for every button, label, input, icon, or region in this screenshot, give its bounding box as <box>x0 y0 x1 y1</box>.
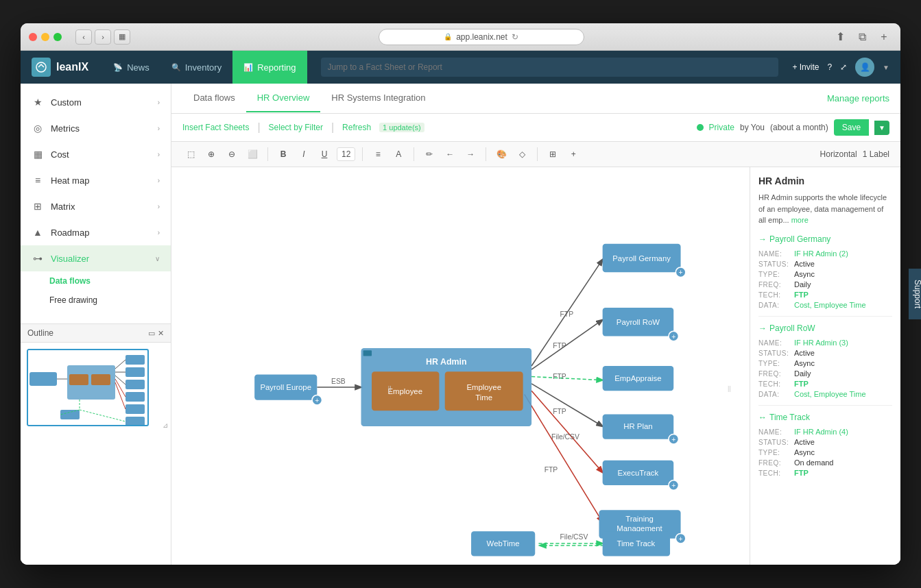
pen-tool-button[interactable]: ✏ <box>421 146 438 162</box>
back-button[interactable]: ‹ <box>75 29 92 45</box>
outline-close-button[interactable]: ✕ <box>158 329 164 338</box>
field-status: STATUS: Active <box>758 438 892 446</box>
forward-button[interactable]: › <box>95 29 111 45</box>
svg-text:Training: Training <box>625 515 654 523</box>
invite-button[interactable]: + Invite <box>792 62 819 72</box>
toolbar-separator-2 <box>362 147 363 161</box>
insert-fact-sheets-link[interactable]: Insert Fact Sheets <box>182 123 249 132</box>
svg-line-13 <box>115 360 125 369</box>
grid-button[interactable]: ⊞ <box>545 146 561 162</box>
toolbar-separator-3 <box>414 147 414 161</box>
svg-text:FTP: FTP <box>553 373 566 380</box>
save-button[interactable]: Save <box>834 119 869 136</box>
font-size-select[interactable]: 12 <box>337 147 355 161</box>
time-track-link[interactable]: ↔ Time Track <box>758 413 892 422</box>
inventory-icon: 🔍 <box>171 63 181 72</box>
line-color-button[interactable]: ◇ <box>514 146 530 162</box>
tab-hr-systems[interactable]: HR Systems Integration <box>320 84 436 112</box>
sidebar-sub-data-flows[interactable]: Data flows <box>49 271 171 291</box>
svg-rect-6 <box>125 367 145 377</box>
manage-reports-link[interactable]: Manage reports <box>827 93 889 103</box>
fullscreen-button[interactable]: ⤢ <box>840 62 847 72</box>
diagram-canvas[interactable]: ESB FTP FTP FTP FTP <box>171 167 750 565</box>
panel-description: HR Admin supports the whole lifecycle of… <box>758 192 892 226</box>
sidebar-sub: Data flows Free drawing <box>21 271 171 310</box>
panel-title: HR Admin <box>758 175 892 186</box>
minimize-button[interactable] <box>41 33 49 41</box>
text-size-button[interactable]: A <box>390 146 407 162</box>
user-dropdown-icon[interactable]: ▼ <box>883 64 889 71</box>
svg-text:+: + <box>671 333 675 341</box>
reload-icon[interactable]: ↻ <box>512 32 518 42</box>
resize-handle[interactable]: ⊿ <box>163 421 168 429</box>
nav-news[interactable]: 📡 News <box>102 51 160 84</box>
svg-text:ESB: ESB <box>331 378 346 385</box>
sidebar-item-visualizer[interactable]: ⊶ Visualizer ∨ <box>21 245 171 271</box>
sidebar-item-cost[interactable]: ▦ Cost › <box>21 141 171 167</box>
sidebar-item-matrix[interactable]: ⊞ Matrix › <box>21 193 171 219</box>
add-button[interactable]: + <box>565 146 582 162</box>
align-left-button[interactable]: ≡ <box>370 146 386 162</box>
outline-title: Outline <box>27 328 53 338</box>
select-by-filter-link[interactable]: Select by Filter <box>269 123 323 132</box>
field-freq: FREQ: Daily <box>758 280 892 289</box>
user-avatar[interactable]: 👤 <box>855 58 874 77</box>
custom-icon: ★ <box>32 96 44 108</box>
sidebar-toggle-button[interactable]: ▦ <box>114 29 130 45</box>
payroll-germany-link[interactable]: → Payroll Germany <box>758 234 892 244</box>
zoom-in-button[interactable]: ⊕ <box>203 146 219 162</box>
sidebar: ★ Custom › ◎ Metrics › ▦ Cost <box>21 84 171 565</box>
sidebar-item-custom[interactable]: ★ Custom › <box>21 89 171 115</box>
content: Data flows HR Overview HR Systems Integr… <box>171 84 900 565</box>
select-tool-button[interactable]: ⬚ <box>182 146 199 162</box>
share-icon[interactable]: ⬆ <box>832 29 848 45</box>
sidebar-item-heatmap[interactable]: ≡ Heat map › <box>21 167 171 193</box>
address-bar[interactable]: 🔒 app.leanix.net ↻ <box>379 29 584 45</box>
svg-rect-11 <box>125 417 145 426</box>
nav-reporting[interactable]: 📊 Reporting <box>232 51 307 84</box>
outline-minimize-button[interactable]: ▭ <box>148 329 155 338</box>
field-type: TYPE: Async <box>758 448 892 456</box>
italic-button[interactable]: I <box>296 146 312 162</box>
svg-text:Payroll Germany: Payroll Germany <box>612 254 671 262</box>
search-input[interactable] <box>321 58 779 77</box>
sidebar-item-roadmap[interactable]: ▲ Roadmap › <box>21 219 171 245</box>
field-status: STATUS: Active <box>758 260 892 268</box>
support-tab[interactable]: Support <box>909 269 921 319</box>
panel-divider-2 <box>758 405 892 406</box>
help-button[interactable]: ? <box>827 62 832 72</box>
logo-icon <box>32 58 51 77</box>
tab-hr-overview[interactable]: HR Overview <box>246 84 321 112</box>
underline-button[interactable]: U <box>316 146 333 162</box>
field-data: DATA: Cost, Employee Time <box>758 390 892 398</box>
maximize-button[interactable] <box>53 33 62 41</box>
reporting-icon: 📊 <box>243 63 253 72</box>
bold-button[interactable]: B <box>275 146 291 162</box>
svg-text:Payroll RoW: Payroll RoW <box>617 318 660 326</box>
nav-inventory[interactable]: 🔍 Inventory <box>160 51 232 84</box>
panel-more-link[interactable]: more <box>791 216 809 224</box>
refresh-link[interactable]: Refresh <box>342 123 371 132</box>
orientation-label: Horizontal <box>820 149 857 159</box>
tabs: Data flows HR Overview HR Systems Integr… <box>182 84 437 112</box>
sidebar-sub-free-drawing[interactable]: Free drawing <box>49 291 171 310</box>
fill-color-button[interactable]: 🎨 <box>493 146 510 162</box>
payroll-row-link[interactable]: → Payroll RoW <box>758 323 892 333</box>
close-button[interactable] <box>29 33 37 41</box>
tab-data-flows[interactable]: Data flows <box>182 84 246 112</box>
zoom-out-button[interactable]: ⊖ <box>224 146 240 162</box>
logo[interactable]: leanIX <box>32 58 88 77</box>
toolbar-right: Private by You (about a month) Save ▼ <box>697 119 889 136</box>
time-label: (about a month) <box>770 123 828 132</box>
svg-text:File/CSV: File/CSV <box>560 533 588 541</box>
lock-icon: 🔒 <box>444 33 452 40</box>
svg-rect-8 <box>125 392 145 402</box>
fit-page-button[interactable]: ⬜ <box>244 146 261 162</box>
save-dropdown-button[interactable]: ▼ <box>874 121 889 135</box>
sidebar-item-metrics[interactable]: ◎ Metrics › <box>21 115 171 141</box>
add-tab-icon[interactable]: + <box>876 29 892 45</box>
arrow-left-button[interactable]: ← <box>442 146 458 162</box>
svg-text:Time Track: Time Track <box>617 539 655 548</box>
new-tab-icon[interactable]: ⧉ <box>854 29 870 45</box>
arrow-right-button[interactable]: → <box>462 146 479 162</box>
